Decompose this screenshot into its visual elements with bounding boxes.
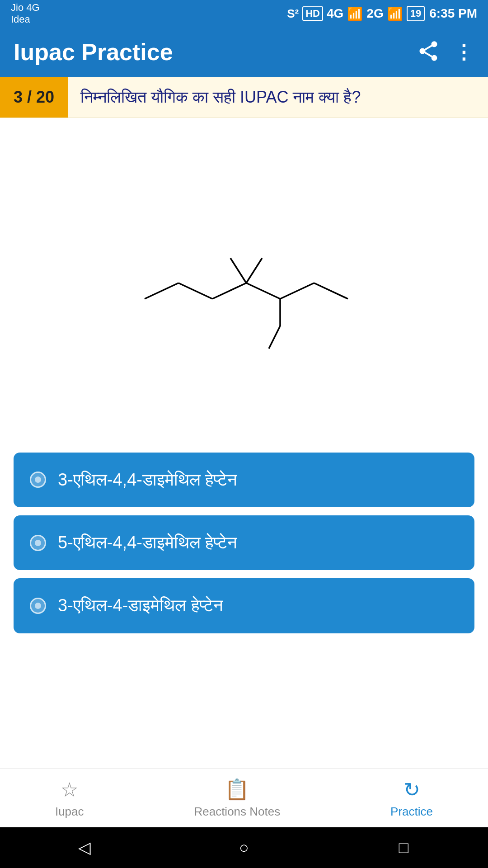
radio-1-inner (35, 476, 41, 483)
android-nav-bar: ◁ ○ □ (0, 827, 488, 868)
nav-item-practice[interactable]: ↻ Practice (372, 774, 451, 823)
svg-line-6 (246, 258, 262, 283)
option-1-text: 3-एथिल-4,4-डाइमेथिल हेप्टेन (58, 469, 237, 491)
operator-name: Idea (11, 14, 40, 25)
option-2-text: 5-एथिल-4,4-डाइमेथिल हेप्टेन (58, 532, 237, 554)
nav-label-reactions-notes: Reactions Notes (194, 805, 280, 819)
recent-apps-button[interactable]: □ (390, 834, 417, 861)
skype-icon: S² (287, 7, 299, 21)
radio-1-icon (30, 472, 46, 488)
svg-line-0 (145, 283, 178, 299)
share-icon (417, 39, 440, 63)
hd-badge: HD (302, 6, 323, 21)
svg-line-5 (314, 283, 348, 299)
app-title: Iupac Practice (14, 38, 173, 66)
signal-bars-2: 📶 (387, 6, 403, 21)
back-button[interactable]: ◁ (71, 834, 98, 861)
chemistry-structure (108, 195, 380, 367)
bottom-nav: ☆ Iupac 📋 Reactions Notes ↻ Practice (0, 769, 488, 827)
signal-4g: 4G (327, 6, 343, 21)
radio-2-icon (30, 535, 46, 551)
network-icons: S² HD 4G 📶 2G 📶 19 (287, 6, 425, 21)
svg-line-3 (246, 283, 280, 299)
nav-item-reactions-notes[interactable]: 📋 Reactions Notes (176, 773, 298, 823)
more-dots-icon: ⋮ (454, 41, 474, 63)
status-right-icons: S² HD 4G 📶 2G 📶 19 6:35 PM (287, 6, 477, 21)
svg-line-1 (178, 283, 212, 299)
question-number: 3 / 20 (0, 77, 68, 118)
radio-2-inner (35, 540, 41, 546)
svg-line-7 (230, 258, 246, 283)
notes-icon: 📋 (225, 778, 249, 801)
carrier-info: Jio 4G Idea (11, 2, 40, 26)
question-text: निम्नलिखित यौगिक का सही IUPAC नाम क्या ह… (68, 77, 373, 118)
option-2-button[interactable]: 5-एथिल-4,4-डाइमेथिल हेप्टेन (14, 515, 474, 570)
time-display: 6:35 PM (429, 6, 477, 21)
app-bar-actions: ⋮ (417, 39, 474, 65)
star-icon: ☆ (61, 778, 78, 801)
signal-2g: 2G (366, 6, 383, 21)
home-button[interactable]: ○ (230, 834, 258, 861)
svg-line-4 (280, 283, 314, 299)
svg-line-9 (269, 326, 280, 349)
option-1-button[interactable]: 3-एथिल-4,4-डाइमेथिल हेप्टेन (14, 453, 474, 507)
radio-3-icon (30, 598, 46, 614)
carrier-name: Jio 4G (11, 2, 40, 14)
nav-item-iupac[interactable]: ☆ Iupac (37, 774, 102, 823)
signal-bars-1: 📶 (347, 6, 363, 21)
status-bar: Jio 4G Idea S² HD 4G 📶 2G 📶 19 6:35 PM (0, 0, 488, 27)
battery-indicator: 19 (407, 6, 425, 21)
nav-label-practice: Practice (390, 805, 433, 819)
more-options-button[interactable]: ⋮ (454, 42, 474, 62)
structure-area (0, 118, 488, 443)
refresh-icon: ↻ (404, 778, 420, 801)
nav-label-iupac: Iupac (55, 805, 84, 819)
radio-3-inner (35, 603, 41, 609)
app-bar: Iupac Practice ⋮ (0, 27, 488, 77)
svg-line-2 (212, 283, 246, 299)
option-3-text: 3-एथिल-4-डाइमेथिल हेप्टेन (58, 594, 223, 617)
option-3-button[interactable]: 3-एथिल-4-डाइमेथिल हेप्टेन (14, 578, 474, 633)
question-header: 3 / 20 निम्नलिखित यौगिक का सही IUPAC नाम… (0, 77, 488, 118)
share-button[interactable] (417, 39, 440, 65)
options-area: 3-एथिल-4,4-डाइमेथिल हेप्टेन 5-एथिल-4,4-ड… (0, 443, 488, 651)
